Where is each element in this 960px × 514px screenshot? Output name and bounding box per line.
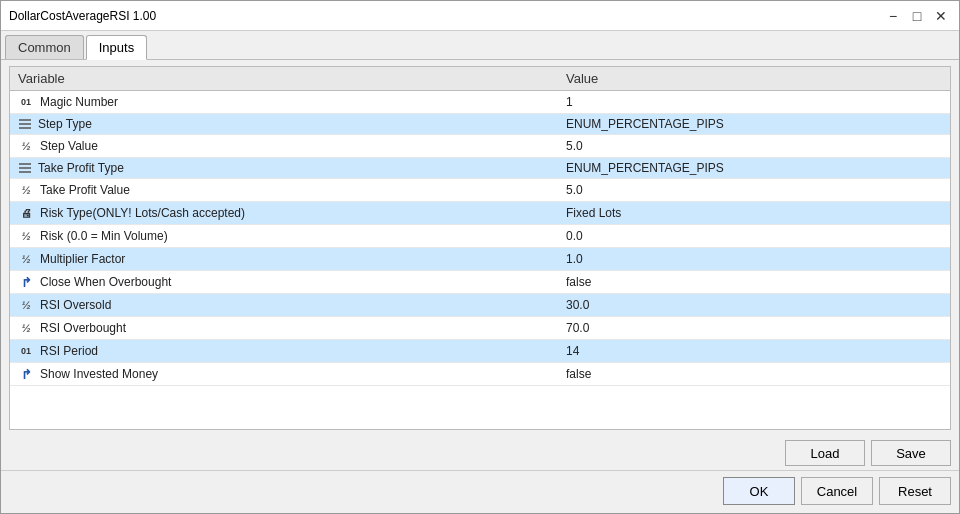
footer-bar: OK Cancel Reset <box>1 470 959 513</box>
variable-label: Multiplier Factor <box>40 252 125 266</box>
value-cell[interactable]: 1.0 <box>558 248 950 271</box>
col-header-variable: Variable <box>10 67 558 91</box>
value-cell[interactable]: 1 <box>558 91 950 114</box>
variable-cell: 01RSI Period <box>10 340 558 363</box>
close-button[interactable]: ✕ <box>931 6 951 26</box>
params-table: Variable Value 01Magic Number1 Step Type… <box>10 67 950 386</box>
col-header-value: Value <box>558 67 950 91</box>
table-row[interactable]: ↱Show Invested Moneyfalse <box>10 363 950 386</box>
variable-cell: ↱Show Invested Money <box>10 363 558 386</box>
cancel-button[interactable]: Cancel <box>801 477 873 505</box>
value-cell[interactable]: 5.0 <box>558 179 950 202</box>
variable-cell: ½Take Profit Value <box>10 179 558 202</box>
table-row[interactable]: ½Risk (0.0 = Min Volume)0.0 <box>10 225 950 248</box>
variable-cell: 01Magic Number <box>10 91 558 114</box>
variable-cell: 🖨Risk Type(ONLY! Lots/Cash accepted) <box>10 202 558 225</box>
frac-icon: ½ <box>18 228 34 244</box>
minimize-button[interactable]: − <box>883 6 903 26</box>
printer-icon: 🖨 <box>18 205 34 221</box>
table-row[interactable]: ½Take Profit Value5.0 <box>10 179 950 202</box>
window-title: DollarCostAverageRSI 1.00 <box>9 9 156 23</box>
value-cell[interactable]: 70.0 <box>558 317 950 340</box>
reset-button[interactable]: Reset <box>879 477 951 505</box>
frac-icon: ½ <box>18 182 34 198</box>
value-cell[interactable]: 30.0 <box>558 294 950 317</box>
table-row[interactable]: 01RSI Period14 <box>10 340 950 363</box>
variable-cell: ↱Close When Overbought <box>10 271 558 294</box>
table-row[interactable]: 🖨Risk Type(ONLY! Lots/Cash accepted)Fixe… <box>10 202 950 225</box>
tab-inputs[interactable]: Inputs <box>86 35 147 60</box>
value-cell[interactable]: Fixed Lots <box>558 202 950 225</box>
table-row[interactable]: Step TypeENUM_PERCENTAGE_PIPS <box>10 114 950 135</box>
params-table-container: Variable Value 01Magic Number1 Step Type… <box>9 66 951 430</box>
value-cell[interactable]: ENUM_PERCENTAGE_PIPS <box>558 114 950 135</box>
variable-cell: ½Risk (0.0 = Min Volume) <box>10 225 558 248</box>
value-cell[interactable]: 0.0 <box>558 225 950 248</box>
table-header-row: Variable Value <box>10 67 950 91</box>
variable-label: Take Profit Type <box>38 161 124 175</box>
table-row[interactable]: 01Magic Number1 <box>10 91 950 114</box>
value-cell[interactable]: 14 <box>558 340 950 363</box>
num-icon: 01 <box>18 94 34 110</box>
frac-icon: ½ <box>18 251 34 267</box>
table-row[interactable]: ½Step Value5.0 <box>10 135 950 158</box>
table-body: 01Magic Number1 Step TypeENUM_PERCENTAGE… <box>10 91 950 386</box>
table-row[interactable]: ½RSI Overbought70.0 <box>10 317 950 340</box>
value-cell[interactable]: false <box>558 363 950 386</box>
tab-bar: Common Inputs <box>1 31 959 60</box>
maximize-button[interactable]: □ <box>907 6 927 26</box>
enum-icon <box>18 118 32 130</box>
frac-icon: ½ <box>18 297 34 313</box>
frac-icon: ½ <box>18 320 34 336</box>
window-controls: − □ ✕ <box>883 6 951 26</box>
ok-button[interactable]: OK <box>723 477 795 505</box>
variable-label: Show Invested Money <box>40 367 158 381</box>
main-window: DollarCostAverageRSI 1.00 − □ ✕ Common I… <box>0 0 960 514</box>
variable-label: Step Value <box>40 139 98 153</box>
variable-cell: Take Profit Type <box>10 158 558 179</box>
table-row[interactable]: ↱Close When Overboughtfalse <box>10 271 950 294</box>
variable-label: Magic Number <box>40 95 118 109</box>
num-icon: 01 <box>18 343 34 359</box>
title-bar: DollarCostAverageRSI 1.00 − □ ✕ <box>1 1 959 31</box>
variable-label: Take Profit Value <box>40 183 130 197</box>
variable-cell: ½RSI Oversold <box>10 294 558 317</box>
variable-cell: Step Type <box>10 114 558 135</box>
variable-label: RSI Oversold <box>40 298 111 312</box>
variable-label: Close When Overbought <box>40 275 171 289</box>
save-button[interactable]: Save <box>871 440 951 466</box>
tab-common[interactable]: Common <box>5 35 84 59</box>
table-row[interactable]: ½RSI Oversold30.0 <box>10 294 950 317</box>
variable-cell: ½Step Value <box>10 135 558 158</box>
variable-label: RSI Overbought <box>40 321 126 335</box>
value-cell[interactable]: ENUM_PERCENTAGE_PIPS <box>558 158 950 179</box>
load-button[interactable]: Load <box>785 440 865 466</box>
table-row[interactable]: Take Profit TypeENUM_PERCENTAGE_PIPS <box>10 158 950 179</box>
variable-cell: ½Multiplier Factor <box>10 248 558 271</box>
enum-icon <box>18 162 32 174</box>
variable-label: Risk (0.0 = Min Volume) <box>40 229 168 243</box>
table-row[interactable]: ½Multiplier Factor1.0 <box>10 248 950 271</box>
variable-label: Step Type <box>38 117 92 131</box>
variable-label: RSI Period <box>40 344 98 358</box>
value-cell[interactable]: false <box>558 271 950 294</box>
frac-icon: ½ <box>18 138 34 154</box>
value-cell[interactable]: 5.0 <box>558 135 950 158</box>
variable-cell: ½RSI Overbought <box>10 317 558 340</box>
variable-label: Risk Type(ONLY! Lots/Cash accepted) <box>40 206 245 220</box>
arrow-icon: ↱ <box>18 366 34 382</box>
main-content: Variable Value 01Magic Number1 Step Type… <box>1 60 959 436</box>
arrow-icon: ↱ <box>18 274 34 290</box>
